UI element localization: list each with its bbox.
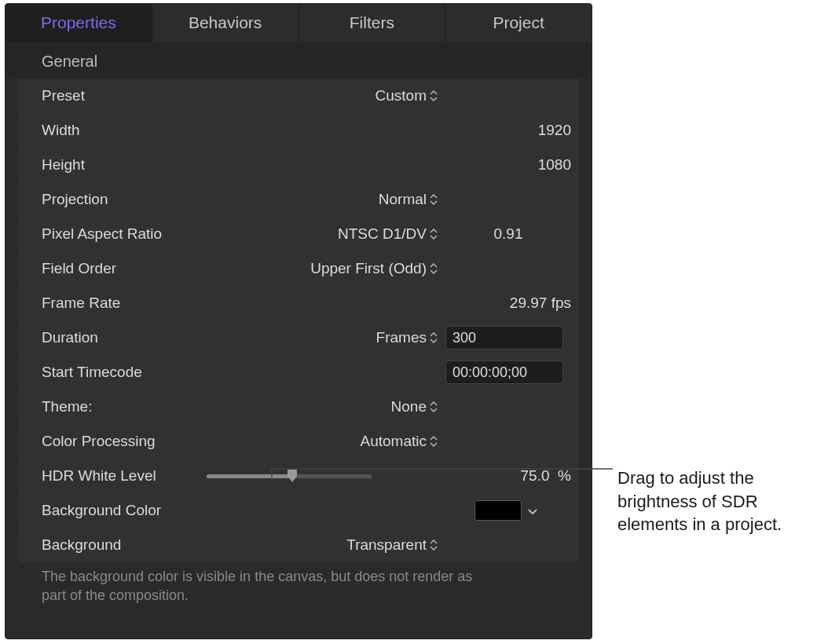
callout-text: Drag to adjust the brightness of SDR ele… bbox=[617, 467, 828, 536]
stage: Properties Behaviors Filters Project Gen… bbox=[0, 0, 839, 644]
callout-leader bbox=[0, 0, 839, 644]
